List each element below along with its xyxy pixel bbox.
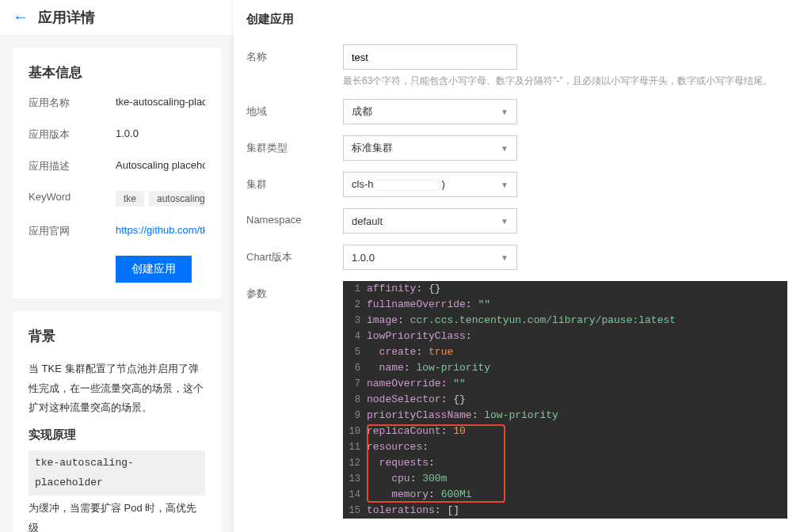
info-row: 应用名称 tke-autoscaling-placeholder bbox=[29, 96, 205, 110]
doc-impl-code: tke-autoscaling-placeholder bbox=[29, 450, 205, 496]
params-editor[interactable]: 1affinity: {}2fullnameOverride: ""3image… bbox=[343, 281, 787, 519]
line-number: 11 bbox=[343, 439, 367, 455]
create-app-panel: 创建应用 名称 最长63个字符，只能包含小写字母、数字及分隔符"-"，且必须以小… bbox=[234, 0, 800, 532]
form-params-label: 参数 bbox=[246, 281, 343, 301]
chart-version-value: 1.0.0 bbox=[352, 252, 375, 264]
line-number: 2 bbox=[343, 297, 367, 313]
line-number: 15 bbox=[343, 503, 367, 519]
code-content: priorityClassName: low-priority bbox=[367, 408, 787, 424]
app-keyword-tags: tke autoscaling p bbox=[116, 191, 205, 207]
line-number: 4 bbox=[343, 329, 367, 344]
cluster-value: cls-h) bbox=[352, 178, 445, 191]
chevron-down-icon: ▼ bbox=[501, 217, 509, 226]
code-line: 10replicaCount: 10 bbox=[343, 424, 787, 439]
form-chart-label: Chart版本 bbox=[246, 245, 343, 264]
tag: autoscaling bbox=[149, 191, 205, 207]
cluster-value-prefix: cls-h bbox=[352, 178, 373, 190]
code-content: lowPriorityClass: bbox=[367, 329, 787, 344]
info-row: 应用描述 Autoscaling placeholder fo bbox=[29, 159, 205, 173]
code-line: 3image: ccr.ccs.tencentyun.com/library/p… bbox=[343, 313, 787, 329]
line-number: 1 bbox=[343, 281, 367, 297]
code-line: 2fullnameOverride: "" bbox=[343, 297, 787, 313]
code-content: fullnameOverride: "" bbox=[367, 297, 787, 313]
code-content: memory: 600Mi bbox=[367, 487, 787, 503]
app-version-label: 应用版本 bbox=[29, 127, 116, 142]
code-content: resources: bbox=[367, 439, 787, 455]
region-select[interactable]: 成都 ▼ bbox=[343, 99, 517, 124]
code-line: 6 name: low-priority bbox=[343, 360, 787, 376]
app-website-link[interactable]: https://github.com/tkestac bbox=[116, 224, 205, 236]
info-row: 应用官网 https://github.com/tkestac bbox=[29, 224, 205, 238]
line-number: 5 bbox=[343, 344, 367, 360]
app-keyword-label: KeyWord bbox=[29, 191, 116, 207]
info-row: KeyWord tke autoscaling p bbox=[29, 191, 205, 207]
tag: tke bbox=[116, 191, 144, 207]
modal-title: 创建应用 bbox=[234, 0, 800, 38]
line-number: 10 bbox=[343, 424, 367, 439]
code-line: 15tolerations: [] bbox=[343, 503, 787, 519]
doc-bg-text: 当 TKE 集群配置了节点池并启用了弹性完成，在一些流量突高的场景，这个扩对这种… bbox=[29, 359, 205, 418]
code-line: 8nodeSelector: {} bbox=[343, 392, 787, 408]
app-desc-label: 应用描述 bbox=[29, 159, 116, 173]
chevron-down-icon: ▼ bbox=[501, 253, 509, 262]
line-number: 13 bbox=[343, 471, 367, 487]
code-content: create: true bbox=[367, 344, 787, 360]
code-content: replicaCount: 10 bbox=[367, 424, 787, 439]
doc-impl-line: tke-autoscaling-placeholder bbox=[29, 450, 205, 496]
code-line: 11resources: bbox=[343, 439, 787, 455]
chevron-down-icon: ▼ bbox=[501, 144, 509, 153]
code-content: name: low-priority bbox=[367, 360, 787, 376]
doc-bg-title: 背景 bbox=[29, 327, 205, 345]
line-number: 12 bbox=[343, 455, 367, 471]
form-namespace-label: Namespace bbox=[246, 208, 343, 226]
code-content: tolerations: [] bbox=[367, 503, 787, 519]
doc-impl-title: 实现原理 bbox=[29, 428, 205, 443]
code-content: requests: bbox=[367, 455, 787, 471]
code-line: 1affinity: {} bbox=[343, 281, 787, 297]
namespace-select[interactable]: default ▼ bbox=[343, 208, 517, 234]
chevron-down-icon: ▼ bbox=[501, 108, 509, 116]
code-content: nodeSelector: {} bbox=[367, 392, 787, 408]
cluster-value-suffix: ) bbox=[441, 178, 444, 190]
line-number: 7 bbox=[343, 376, 367, 392]
code-content: nameOverride: "" bbox=[367, 376, 787, 392]
create-app-button[interactable]: 创建应用 bbox=[116, 256, 192, 283]
back-icon[interactable]: ← bbox=[13, 8, 29, 26]
form-clustertype-label: 集群类型 bbox=[246, 135, 343, 155]
name-hint: 最长63个字符，只能包含小写字母、数字及分隔符"-"，且必须以小写字母开头，数字… bbox=[343, 74, 787, 88]
code-line: 7nameOverride: "" bbox=[343, 376, 787, 392]
line-number: 3 bbox=[343, 313, 367, 329]
line-number: 9 bbox=[343, 408, 367, 424]
app-version-value: 1.0.0 bbox=[116, 127, 205, 142]
code-line: 9priorityClassName: low-priority bbox=[343, 408, 787, 424]
name-input[interactable] bbox=[343, 44, 517, 70]
form-region-label: 地域 bbox=[246, 99, 343, 119]
chart-version-select[interactable]: 1.0.0 ▼ bbox=[343, 245, 517, 270]
doc-card: 背景 当 TKE 集群配置了节点池并启用了弹性完成，在一些流量突高的场景，这个扩… bbox=[13, 311, 221, 532]
app-name-label: 应用名称 bbox=[29, 96, 116, 110]
cluster-type-value: 标准集群 bbox=[352, 141, 393, 155]
chevron-down-icon: ▼ bbox=[501, 180, 509, 189]
app-desc-value: Autoscaling placeholder fo bbox=[116, 159, 205, 173]
code-line: 5 create: true bbox=[343, 344, 787, 360]
code-line: 12 requests: bbox=[343, 455, 787, 471]
code-content: image: ccr.ccs.tencentyun.com/library/pa… bbox=[367, 313, 787, 329]
code-content: affinity: {} bbox=[367, 281, 787, 297]
code-content: cpu: 300m bbox=[367, 471, 787, 487]
line-number: 14 bbox=[343, 487, 367, 503]
code-line: 13 cpu: 300m bbox=[343, 471, 787, 487]
app-website-label: 应用官网 bbox=[29, 224, 116, 238]
region-value: 成都 bbox=[352, 104, 372, 119]
page-title: 应用详情 bbox=[38, 8, 95, 27]
cluster-select[interactable]: cls-h) ▼ bbox=[343, 172, 517, 197]
doc-impl-text: 为缓冲，当需要扩容 Pod 时，高优先级 bbox=[29, 499, 205, 532]
code-line: 14 memory: 600Mi bbox=[343, 487, 787, 503]
namespace-value: default bbox=[352, 215, 383, 227]
basic-info-card: 基本信息 应用名称 tke-autoscaling-placeholder 应用… bbox=[13, 48, 221, 298]
page-header: ← 应用详情 bbox=[0, 0, 234, 35]
line-number: 8 bbox=[343, 392, 367, 408]
code-line: 4lowPriorityClass: bbox=[343, 329, 787, 344]
cluster-type-select[interactable]: 标准集群 ▼ bbox=[343, 135, 517, 161]
form-cluster-label: 集群 bbox=[246, 172, 343, 192]
form-name-label: 名称 bbox=[246, 44, 343, 64]
